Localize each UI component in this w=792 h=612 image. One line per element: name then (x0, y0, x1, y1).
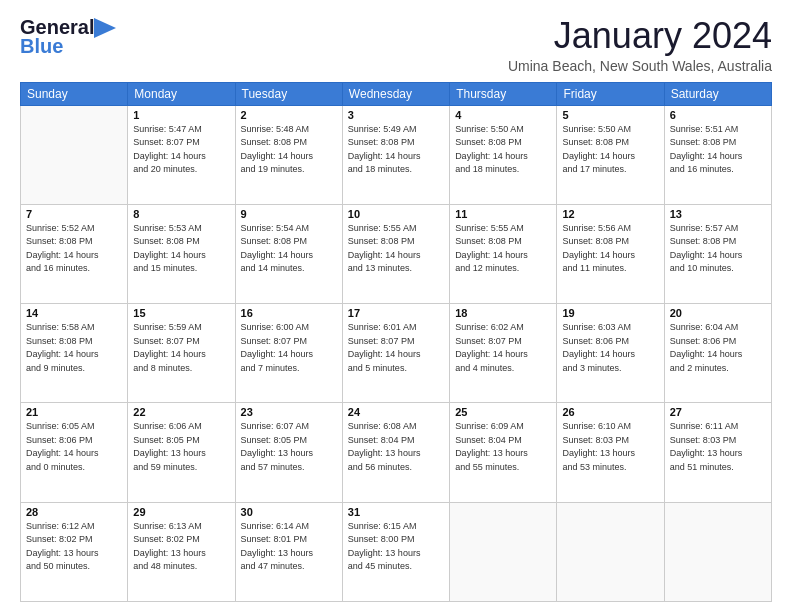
calendar-cell (557, 502, 664, 601)
weekday-header-wednesday: Wednesday (342, 82, 449, 105)
day-number: 26 (562, 406, 658, 418)
calendar-cell: 25Sunrise: 6:09 AM Sunset: 8:04 PM Dayli… (450, 403, 557, 502)
calendar-cell: 18Sunrise: 6:02 AM Sunset: 8:07 PM Dayli… (450, 304, 557, 403)
day-number: 25 (455, 406, 551, 418)
day-number: 15 (133, 307, 229, 319)
day-number: 14 (26, 307, 122, 319)
day-number: 1 (133, 109, 229, 121)
calendar-cell: 7Sunrise: 5:52 AM Sunset: 8:08 PM Daylig… (21, 204, 128, 303)
day-info: Sunrise: 5:55 AM Sunset: 8:08 PM Dayligh… (455, 222, 551, 276)
subtitle: Umina Beach, New South Wales, Australia (508, 58, 772, 74)
day-number: 23 (241, 406, 337, 418)
weekday-header-thursday: Thursday (450, 82, 557, 105)
day-number: 13 (670, 208, 766, 220)
day-info: Sunrise: 5:52 AM Sunset: 8:08 PM Dayligh… (26, 222, 122, 276)
calendar-cell (21, 105, 128, 204)
day-info: Sunrise: 5:55 AM Sunset: 8:08 PM Dayligh… (348, 222, 444, 276)
week-row-2: 7Sunrise: 5:52 AM Sunset: 8:08 PM Daylig… (21, 204, 772, 303)
logo-arrow-icon (94, 18, 116, 38)
weekday-header-tuesday: Tuesday (235, 82, 342, 105)
calendar-cell: 16Sunrise: 6:00 AM Sunset: 8:07 PM Dayli… (235, 304, 342, 403)
day-number: 16 (241, 307, 337, 319)
calendar-cell: 12Sunrise: 5:56 AM Sunset: 8:08 PM Dayli… (557, 204, 664, 303)
day-number: 31 (348, 506, 444, 518)
calendar-cell: 28Sunrise: 6:12 AM Sunset: 8:02 PM Dayli… (21, 502, 128, 601)
day-info: Sunrise: 6:02 AM Sunset: 8:07 PM Dayligh… (455, 321, 551, 375)
calendar-cell: 6Sunrise: 5:51 AM Sunset: 8:08 PM Daylig… (664, 105, 771, 204)
day-number: 5 (562, 109, 658, 121)
weekday-header-sunday: Sunday (21, 82, 128, 105)
day-number: 9 (241, 208, 337, 220)
day-info: Sunrise: 6:01 AM Sunset: 8:07 PM Dayligh… (348, 321, 444, 375)
calendar-cell: 14Sunrise: 5:58 AM Sunset: 8:08 PM Dayli… (21, 304, 128, 403)
week-row-3: 14Sunrise: 5:58 AM Sunset: 8:08 PM Dayli… (21, 304, 772, 403)
calendar-cell: 5Sunrise: 5:50 AM Sunset: 8:08 PM Daylig… (557, 105, 664, 204)
calendar-cell: 27Sunrise: 6:11 AM Sunset: 8:03 PM Dayli… (664, 403, 771, 502)
calendar-cell: 4Sunrise: 5:50 AM Sunset: 8:08 PM Daylig… (450, 105, 557, 204)
calendar-cell: 2Sunrise: 5:48 AM Sunset: 8:08 PM Daylig… (235, 105, 342, 204)
day-number: 29 (133, 506, 229, 518)
day-info: Sunrise: 5:51 AM Sunset: 8:08 PM Dayligh… (670, 123, 766, 177)
day-number: 19 (562, 307, 658, 319)
day-info: Sunrise: 5:47 AM Sunset: 8:07 PM Dayligh… (133, 123, 229, 177)
day-info: Sunrise: 5:48 AM Sunset: 8:08 PM Dayligh… (241, 123, 337, 177)
day-info: Sunrise: 6:08 AM Sunset: 8:04 PM Dayligh… (348, 420, 444, 474)
day-info: Sunrise: 6:10 AM Sunset: 8:03 PM Dayligh… (562, 420, 658, 474)
day-number: 22 (133, 406, 229, 418)
day-number: 21 (26, 406, 122, 418)
calendar-cell: 20Sunrise: 6:04 AM Sunset: 8:06 PM Dayli… (664, 304, 771, 403)
week-row-1: 1Sunrise: 5:47 AM Sunset: 8:07 PM Daylig… (21, 105, 772, 204)
calendar-cell: 15Sunrise: 5:59 AM Sunset: 8:07 PM Dayli… (128, 304, 235, 403)
day-info: Sunrise: 5:56 AM Sunset: 8:08 PM Dayligh… (562, 222, 658, 276)
day-info: Sunrise: 5:53 AM Sunset: 8:08 PM Dayligh… (133, 222, 229, 276)
calendar-cell: 29Sunrise: 6:13 AM Sunset: 8:02 PM Dayli… (128, 502, 235, 601)
day-info: Sunrise: 6:12 AM Sunset: 8:02 PM Dayligh… (26, 520, 122, 574)
weekday-header-row: SundayMondayTuesdayWednesdayThursdayFrid… (21, 82, 772, 105)
day-number: 8 (133, 208, 229, 220)
calendar-table: SundayMondayTuesdayWednesdayThursdayFrid… (20, 82, 772, 602)
main-title: January 2024 (508, 16, 772, 56)
svg-marker-0 (94, 18, 116, 38)
calendar-cell: 21Sunrise: 6:05 AM Sunset: 8:06 PM Dayli… (21, 403, 128, 502)
weekday-header-saturday: Saturday (664, 82, 771, 105)
day-number: 6 (670, 109, 766, 121)
day-number: 27 (670, 406, 766, 418)
day-info: Sunrise: 5:54 AM Sunset: 8:08 PM Dayligh… (241, 222, 337, 276)
day-info: Sunrise: 6:11 AM Sunset: 8:03 PM Dayligh… (670, 420, 766, 474)
calendar-cell (450, 502, 557, 601)
day-info: Sunrise: 6:03 AM Sunset: 8:06 PM Dayligh… (562, 321, 658, 375)
calendar-cell: 11Sunrise: 5:55 AM Sunset: 8:08 PM Dayli… (450, 204, 557, 303)
day-info: Sunrise: 5:58 AM Sunset: 8:08 PM Dayligh… (26, 321, 122, 375)
title-block: January 2024 Umina Beach, New South Wale… (508, 16, 772, 74)
day-number: 28 (26, 506, 122, 518)
calendar-cell: 24Sunrise: 6:08 AM Sunset: 8:04 PM Dayli… (342, 403, 449, 502)
day-number: 2 (241, 109, 337, 121)
calendar-cell: 9Sunrise: 5:54 AM Sunset: 8:08 PM Daylig… (235, 204, 342, 303)
logo: General Blue (20, 16, 116, 58)
day-info: Sunrise: 6:07 AM Sunset: 8:05 PM Dayligh… (241, 420, 337, 474)
day-info: Sunrise: 6:00 AM Sunset: 8:07 PM Dayligh… (241, 321, 337, 375)
day-number: 3 (348, 109, 444, 121)
page: General Blue January 2024 Umina Beach, N… (0, 0, 792, 612)
calendar-cell (664, 502, 771, 601)
day-info: Sunrise: 6:15 AM Sunset: 8:00 PM Dayligh… (348, 520, 444, 574)
calendar-cell: 17Sunrise: 6:01 AM Sunset: 8:07 PM Dayli… (342, 304, 449, 403)
logo-blue-text: Blue (20, 35, 63, 58)
calendar-cell: 26Sunrise: 6:10 AM Sunset: 8:03 PM Dayli… (557, 403, 664, 502)
day-info: Sunrise: 6:14 AM Sunset: 8:01 PM Dayligh… (241, 520, 337, 574)
calendar-cell: 30Sunrise: 6:14 AM Sunset: 8:01 PM Dayli… (235, 502, 342, 601)
calendar-cell: 23Sunrise: 6:07 AM Sunset: 8:05 PM Dayli… (235, 403, 342, 502)
day-info: Sunrise: 6:13 AM Sunset: 8:02 PM Dayligh… (133, 520, 229, 574)
day-number: 24 (348, 406, 444, 418)
day-number: 7 (26, 208, 122, 220)
calendar-cell: 10Sunrise: 5:55 AM Sunset: 8:08 PM Dayli… (342, 204, 449, 303)
day-info: Sunrise: 5:50 AM Sunset: 8:08 PM Dayligh… (562, 123, 658, 177)
day-info: Sunrise: 5:57 AM Sunset: 8:08 PM Dayligh… (670, 222, 766, 276)
day-info: Sunrise: 6:04 AM Sunset: 8:06 PM Dayligh… (670, 321, 766, 375)
day-info: Sunrise: 6:09 AM Sunset: 8:04 PM Dayligh… (455, 420, 551, 474)
calendar-cell: 19Sunrise: 6:03 AM Sunset: 8:06 PM Dayli… (557, 304, 664, 403)
weekday-header-monday: Monday (128, 82, 235, 105)
day-number: 10 (348, 208, 444, 220)
day-number: 30 (241, 506, 337, 518)
calendar-cell: 3Sunrise: 5:49 AM Sunset: 8:08 PM Daylig… (342, 105, 449, 204)
